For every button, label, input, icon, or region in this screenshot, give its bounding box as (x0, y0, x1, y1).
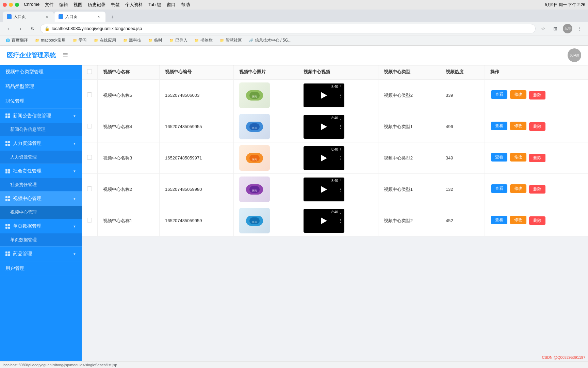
row-checkbox-0[interactable] (87, 92, 92, 97)
sidebar-item-user[interactable]: 用户管理 (0, 261, 82, 276)
close-window-btn[interactable] (3, 3, 7, 7)
video-player-3[interactable]: 8:40 ⋮ ⋮ (304, 178, 344, 201)
row-checkbox-2[interactable] (87, 155, 92, 160)
sidebar-group-single-header[interactable]: 单页数据管理 ▼ (0, 219, 82, 233)
tab-2-close[interactable]: × (96, 14, 101, 19)
more-options[interactable]: ⋮ (575, 24, 585, 33)
svg-text:医药: 医药 (252, 189, 257, 192)
split-tab[interactable]: ⊞ (551, 24, 560, 33)
bookmark-study-label: 学习 (79, 37, 87, 43)
status-bar: localhost:8080/yiliaoqiyeguanlixitong/js… (0, 361, 588, 368)
row-checkbox-cell (82, 111, 98, 142)
row-checkbox-1[interactable] (87, 124, 92, 128)
bookmark-study[interactable]: 📁 学习 (70, 37, 89, 44)
video-more-icon-2[interactable]: ⋮ (338, 156, 342, 160)
hamburger-menu[interactable]: ☰ (63, 51, 68, 59)
bookmark-macbook[interactable]: 📁 macbook常用 (32, 37, 68, 44)
tab-1-close[interactable]: × (44, 14, 50, 19)
row-checkbox-3[interactable] (87, 186, 92, 191)
delete-btn-3[interactable]: 删除 (529, 185, 545, 194)
minimize-window-btn[interactable] (9, 3, 13, 7)
bookmark-it-center[interactable]: 🔗 信息技术中心 / 5G... (246, 37, 294, 44)
bookmark-imported[interactable]: 📁 已导入 (166, 37, 190, 44)
menu-tab[interactable]: Tab 键 (148, 2, 161, 8)
menu-window[interactable]: 窗口 (167, 2, 176, 8)
menu-bookmarks[interactable]: 书签 (111, 2, 120, 8)
sidebar-item-video-type[interactable]: 视频中心类型管理 (0, 65, 82, 79)
view-btn-4[interactable]: 查看 (491, 216, 507, 224)
refresh-button[interactable]: ↻ (28, 24, 37, 33)
bookmark-online-label: 在线应用 (100, 37, 116, 43)
bookmark-community[interactable]: 📁 智慧社区 (217, 37, 245, 44)
video-more-icon-3[interactable]: ⋮ (338, 187, 342, 192)
sidebar-group-csr-header[interactable]: 社会责任管理 ▼ (0, 164, 82, 178)
sidebar-item-drug-type[interactable]: 药品类型管理 (0, 79, 82, 94)
view-btn-2[interactable]: 查看 (491, 153, 507, 162)
delete-btn-0[interactable]: 删除 (529, 91, 545, 99)
video-more-icon-0[interactable]: ⋮ (338, 93, 342, 98)
delete-btn-2[interactable]: 删除 (529, 154, 545, 162)
delete-btn-1[interactable]: 删除 (529, 122, 545, 131)
edit-btn-1[interactable]: 修改 (510, 122, 526, 130)
sidebar-sub-csr-manage[interactable]: 社会责任管理 (0, 178, 82, 191)
video-player-2[interactable]: 8:40 ⋮ ⋮ (304, 146, 344, 170)
row-name-4: 视频中心名称1 (98, 205, 160, 236)
bookmark-online[interactable]: 📁 在线应用 (91, 37, 119, 44)
sidebar-group-drug-header[interactable]: 药品管理 ▼ (0, 247, 82, 261)
edit-btn-3[interactable]: 修改 (510, 184, 526, 193)
profile-avatar[interactable]: 无痕 (563, 24, 572, 33)
video-play-icon-1[interactable] (321, 123, 327, 130)
row-checkbox-4[interactable] (87, 218, 92, 223)
sidebar-group-hr-header[interactable]: 人力资源管理 ▼ (0, 136, 82, 151)
row-action-4: 查看 修改 删除 (485, 205, 588, 236)
video-player-1[interactable]: 8:40 ⋮ ⋮ (304, 115, 344, 139)
user-avatar[interactable]: 60x60 (568, 48, 581, 62)
tab-2[interactable]: 🌐 入口页 × (54, 12, 105, 22)
edit-btn-4[interactable]: 修改 (510, 216, 526, 224)
sidebar-sub-video-manage[interactable]: 视频中心管理 (0, 206, 82, 219)
sidebar-sub-single-manage[interactable]: 单页数据管理 (0, 233, 82, 246)
tab-1[interactable]: 🌐 入口页 × (3, 12, 54, 22)
fullscreen-window-btn[interactable] (15, 3, 19, 7)
menu-view[interactable]: 视图 (74, 2, 82, 8)
video-play-icon-4[interactable] (321, 217, 327, 224)
menu-edit[interactable]: 编辑 (59, 2, 68, 8)
menu-chrome[interactable]: Chrome (24, 2, 39, 8)
bookmark-bar[interactable]: 📁 书签栏 (192, 37, 215, 44)
menu-profile[interactable]: 个人资料 (125, 2, 143, 8)
col-name: 视频中心名称 (98, 65, 160, 79)
sidebar-sub-hr-manage[interactable]: 人力资源管理 (0, 151, 82, 164)
tab-2-favicon: 🌐 (59, 14, 63, 19)
bookmark-translate[interactable]: 🌐 百度翻译 (3, 37, 31, 44)
sidebar: 视频中心类型管理 药品类型管理 职位管理 新闻公告信息管理 ▼ 新闻公告信息管理… (0, 65, 82, 368)
view-btn-3[interactable]: 查看 (491, 184, 507, 193)
bookmark-tech[interactable]: 📁 黑科技 (120, 37, 144, 44)
bookmark-temp[interactable]: 📁 临时 (145, 37, 165, 44)
view-btn-1[interactable]: 查看 (491, 122, 507, 130)
menu-history[interactable]: 历史记录 (88, 2, 105, 8)
bookmark-translate-icon: 🌐 (5, 38, 10, 43)
select-all-checkbox[interactable] (87, 69, 92, 74)
video-player-4[interactable]: 8:40 ⋮ ⋮ (304, 209, 344, 233)
menu-help[interactable]: 帮助 (181, 2, 190, 8)
forward-button[interactable]: › (16, 24, 25, 33)
video-player-0[interactable]: 8:40 ⋮ ⋮ (304, 83, 344, 107)
menu-file[interactable]: 文件 (45, 2, 54, 8)
new-tab-button[interactable]: + (108, 12, 117, 22)
video-play-icon-0[interactable] (321, 92, 327, 99)
view-btn-0[interactable]: 查看 (491, 90, 507, 99)
video-play-icon-3[interactable] (321, 186, 327, 193)
delete-btn-4[interactable]: 删除 (529, 216, 545, 225)
sidebar-sub-news-manage[interactable]: 新闻公告信息管理 (0, 123, 82, 136)
video-more-icon-4[interactable]: ⋮ (338, 218, 342, 223)
sidebar-group-video-header[interactable]: 视频中心管理 ▼ (0, 191, 82, 206)
video-play-icon-2[interactable] (321, 155, 327, 162)
sidebar-group-news-header[interactable]: 新闻公告信息管理 ▼ (0, 109, 82, 123)
edit-btn-0[interactable]: 修改 (510, 90, 526, 99)
back-button[interactable]: ‹ (3, 24, 13, 33)
bookmark-star[interactable]: ☆ (538, 24, 548, 33)
sidebar-item-position[interactable]: 职位管理 (0, 94, 82, 109)
edit-btn-2[interactable]: 修改 (510, 153, 526, 162)
url-bar[interactable]: 🔒 localhost:8080/yiliaoqiyeguanlixitong/… (40, 24, 536, 33)
video-more-icon-1[interactable]: ⋮ (338, 124, 342, 129)
